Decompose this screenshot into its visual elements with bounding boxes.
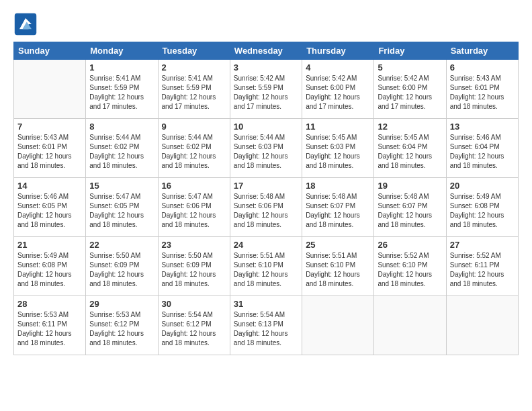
calendar-header-monday: Monday (86, 42, 158, 60)
day-number: 17 (234, 181, 298, 191)
day-info: Sunrise: 5:51 AMSunset: 6:10 PMDaylight:… (234, 251, 298, 289)
day-info: Sunrise: 5:48 AMSunset: 6:07 PMDaylight:… (306, 192, 370, 230)
day-info: Sunrise: 5:49 AMSunset: 6:08 PMDaylight:… (450, 192, 515, 230)
calendar-cell: 11Sunrise: 5:45 AMSunset: 6:03 PMDayligh… (302, 119, 374, 178)
day-info: Sunrise: 5:48 AMSunset: 6:06 PMDaylight:… (234, 192, 298, 230)
calendar-cell: 5Sunrise: 5:42 AMSunset: 6:00 PMDaylight… (374, 60, 446, 119)
day-info: Sunrise: 5:42 AMSunset: 5:59 PMDaylight:… (234, 74, 298, 111)
day-info: Sunrise: 5:53 AMSunset: 6:11 PMDaylight:… (17, 310, 82, 348)
day-number: 16 (162, 181, 226, 191)
calendar-cell: 10Sunrise: 5:44 AMSunset: 6:03 PMDayligh… (230, 119, 302, 178)
day-number: 2 (162, 62, 226, 73)
calendar-cell: 20Sunrise: 5:49 AMSunset: 6:08 PMDayligh… (446, 178, 518, 237)
day-number: 26 (378, 240, 442, 250)
calendar-cell: 6Sunrise: 5:43 AMSunset: 6:01 PMDaylight… (446, 60, 518, 119)
day-number: 6 (450, 62, 515, 73)
calendar-header-tuesday: Tuesday (158, 42, 230, 60)
calendar-week-row: 1Sunrise: 5:41 AMSunset: 5:59 PMDaylight… (14, 60, 519, 119)
calendar-cell: 24Sunrise: 5:51 AMSunset: 6:10 PMDayligh… (230, 237, 302, 296)
day-info: Sunrise: 5:50 AMSunset: 6:09 PMDaylight:… (162, 251, 226, 289)
calendar-cell: 15Sunrise: 5:47 AMSunset: 6:05 PMDayligh… (86, 178, 158, 237)
calendar-cell: 7Sunrise: 5:43 AMSunset: 6:01 PMDaylight… (14, 119, 86, 178)
day-number: 22 (89, 240, 154, 250)
day-number: 19 (378, 181, 442, 191)
day-info: Sunrise: 5:50 AMSunset: 6:09 PMDaylight:… (89, 251, 154, 289)
calendar-header-row: SundayMondayTuesdayWednesdayThursdayFrid… (14, 42, 519, 60)
day-info: Sunrise: 5:53 AMSunset: 6:12 PMDaylight:… (89, 310, 154, 348)
day-info: Sunrise: 5:49 AMSunset: 6:08 PMDaylight:… (17, 251, 82, 289)
day-number: 5 (378, 62, 442, 73)
day-info: Sunrise: 5:45 AMSunset: 6:03 PMDaylight:… (306, 133, 370, 171)
calendar-header-friday: Friday (374, 42, 446, 60)
day-number: 31 (234, 299, 298, 309)
calendar-cell: 17Sunrise: 5:48 AMSunset: 6:06 PMDayligh… (230, 178, 302, 237)
day-info: Sunrise: 5:52 AMSunset: 6:11 PMDaylight:… (450, 251, 515, 289)
day-number: 25 (306, 240, 370, 250)
calendar-cell: 3Sunrise: 5:42 AMSunset: 5:59 PMDaylight… (230, 60, 302, 119)
day-number: 24 (234, 240, 298, 250)
day-info: Sunrise: 5:44 AMSunset: 6:02 PMDaylight:… (162, 133, 226, 171)
calendar-cell: 1Sunrise: 5:41 AMSunset: 5:59 PMDaylight… (86, 60, 158, 119)
day-info: Sunrise: 5:48 AMSunset: 6:07 PMDaylight:… (378, 192, 442, 230)
page: SundayMondayTuesdayWednesdayThursdayFrid… (0, 0, 532, 411)
day-info: Sunrise: 5:44 AMSunset: 6:02 PMDaylight:… (89, 133, 154, 171)
day-number: 3 (234, 62, 298, 73)
calendar-cell: 16Sunrise: 5:47 AMSunset: 6:06 PMDayligh… (158, 178, 230, 237)
calendar-cell: 27Sunrise: 5:52 AMSunset: 6:11 PMDayligh… (446, 237, 518, 296)
calendar-week-row: 28Sunrise: 5:53 AMSunset: 6:11 PMDayligh… (14, 296, 519, 355)
day-number: 23 (162, 240, 226, 250)
calendar-header-saturday: Saturday (446, 42, 518, 60)
day-number: 12 (378, 122, 442, 132)
calendar-cell: 21Sunrise: 5:49 AMSunset: 6:08 PMDayligh… (14, 237, 86, 296)
day-number: 10 (234, 122, 298, 132)
day-number: 14 (17, 181, 82, 191)
calendar-cell (14, 60, 86, 119)
day-info: Sunrise: 5:47 AMSunset: 6:06 PMDaylight:… (162, 192, 226, 230)
calendar-week-row: 14Sunrise: 5:46 AMSunset: 6:05 PMDayligh… (14, 178, 519, 237)
logo-icon (13, 12, 38, 36)
header (13, 12, 519, 36)
calendar-cell: 2Sunrise: 5:41 AMSunset: 5:59 PMDaylight… (158, 60, 230, 119)
calendar-cell (302, 296, 374, 355)
day-number: 27 (450, 240, 515, 250)
day-info: Sunrise: 5:52 AMSunset: 6:10 PMDaylight:… (378, 251, 442, 289)
calendar-cell: 23Sunrise: 5:50 AMSunset: 6:09 PMDayligh… (158, 237, 230, 296)
day-info: Sunrise: 5:41 AMSunset: 5:59 PMDaylight:… (162, 74, 226, 111)
day-info: Sunrise: 5:47 AMSunset: 6:05 PMDaylight:… (89, 192, 154, 230)
day-number: 15 (89, 181, 154, 191)
day-number: 28 (17, 299, 82, 309)
day-number: 13 (450, 122, 515, 132)
calendar-cell: 8Sunrise: 5:44 AMSunset: 6:02 PMDaylight… (86, 119, 158, 178)
day-info: Sunrise: 5:41 AMSunset: 5:59 PMDaylight:… (89, 74, 154, 111)
calendar-cell: 25Sunrise: 5:51 AMSunset: 6:10 PMDayligh… (302, 237, 374, 296)
calendar-cell: 4Sunrise: 5:42 AMSunset: 6:00 PMDaylight… (302, 60, 374, 119)
calendar-cell: 18Sunrise: 5:48 AMSunset: 6:07 PMDayligh… (302, 178, 374, 237)
calendar-header-wednesday: Wednesday (230, 42, 302, 60)
calendar-cell: 14Sunrise: 5:46 AMSunset: 6:05 PMDayligh… (14, 178, 86, 237)
day-info: Sunrise: 5:54 AMSunset: 6:13 PMDaylight:… (234, 310, 298, 348)
day-number: 7 (17, 122, 82, 132)
day-number: 21 (17, 240, 82, 250)
calendar-cell: 30Sunrise: 5:54 AMSunset: 6:12 PMDayligh… (158, 296, 230, 355)
logo (13, 12, 40, 36)
calendar-cell: 9Sunrise: 5:44 AMSunset: 6:02 PMDaylight… (158, 119, 230, 178)
calendar-cell: 12Sunrise: 5:45 AMSunset: 6:04 PMDayligh… (374, 119, 446, 178)
calendar-cell: 22Sunrise: 5:50 AMSunset: 6:09 PMDayligh… (86, 237, 158, 296)
calendar-cell (374, 296, 446, 355)
day-info: Sunrise: 5:54 AMSunset: 6:12 PMDaylight:… (162, 310, 226, 348)
day-info: Sunrise: 5:46 AMSunset: 6:04 PMDaylight:… (450, 133, 515, 171)
calendar-cell (446, 296, 518, 355)
day-number: 20 (450, 181, 515, 191)
day-info: Sunrise: 5:51 AMSunset: 6:10 PMDaylight:… (306, 251, 370, 289)
calendar-cell: 29Sunrise: 5:53 AMSunset: 6:12 PMDayligh… (86, 296, 158, 355)
day-info: Sunrise: 5:43 AMSunset: 6:01 PMDaylight:… (450, 74, 515, 111)
day-number: 29 (89, 299, 154, 309)
calendar-week-row: 7Sunrise: 5:43 AMSunset: 6:01 PMDaylight… (14, 119, 519, 178)
day-info: Sunrise: 5:43 AMSunset: 6:01 PMDaylight:… (17, 133, 82, 171)
calendar-week-row: 21Sunrise: 5:49 AMSunset: 6:08 PMDayligh… (14, 237, 519, 296)
calendar-cell: 13Sunrise: 5:46 AMSunset: 6:04 PMDayligh… (446, 119, 518, 178)
calendar-cell: 31Sunrise: 5:54 AMSunset: 6:13 PMDayligh… (230, 296, 302, 355)
day-number: 9 (162, 122, 226, 132)
calendar-cell: 19Sunrise: 5:48 AMSunset: 6:07 PMDayligh… (374, 178, 446, 237)
calendar-cell: 28Sunrise: 5:53 AMSunset: 6:11 PMDayligh… (14, 296, 86, 355)
